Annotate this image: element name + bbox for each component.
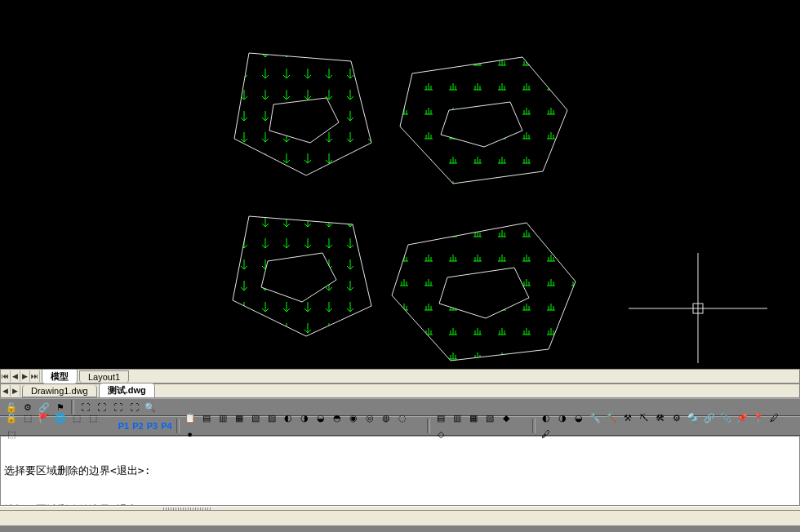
resize-separator[interactable] [0,506,800,511]
tool-icon[interactable]: ⬚ [20,410,35,425]
tool-icon[interactable]: ◐ [281,410,296,425]
tab-layout1[interactable]: Layout1 [79,370,129,383]
tool-icon[interactable]: ◇ [433,427,448,441]
tool-icon[interactable]: 🔧 [588,410,602,425]
tool-icon[interactable]: ▧ [248,410,263,425]
toolbar-separator [176,419,180,433]
tool-icon[interactable]: ◉ [346,410,361,425]
toolbar-row-2: 🔓⬚🚩🌐⬚⬚⬚ P1 P2 P3 P4 📋▤▥▦▧▨◐◑◒◓◉◎◍◌● ▤▥▦▧… [0,416,800,436]
tool-icon[interactable]: ⚒ [620,410,635,425]
tool-icon[interactable]: ◌ [395,410,410,425]
tool-icon[interactable]: 🖋 [539,427,553,441]
p1-label[interactable]: P1 [117,421,131,431]
tool-icon[interactable]: 🌐 [53,410,68,425]
tool-icon[interactable]: 📍 [751,410,766,425]
p2-label[interactable]: P2 [131,421,144,431]
tool-icon[interactable]: ⚙ [669,410,684,425]
tool-icon[interactable]: ◑ [297,410,312,425]
crosshair-cursor [629,253,767,363]
tool-icon[interactable]: 🔨 [604,410,619,425]
tool-icon[interactable]: ⛶ [127,400,141,415]
toolbar-separator [532,419,536,433]
tool-icon[interactable]: ◐ [539,410,553,425]
layout-nav-next[interactable]: ▶ [20,370,30,382]
tool-icon[interactable]: ▦ [232,410,247,425]
tool-icon[interactable]: 🛠 [653,410,668,425]
command-window[interactable]: 选择要区域删除的边界<退出>: 选择要区域删除的边界<退出>: 命令: u **… [0,436,800,506]
file-nav-next[interactable]: ▶ [11,385,20,397]
tool-icon[interactable]: ⬚ [69,410,84,425]
toolbar-separator [427,419,430,433]
p4-label[interactable]: P4 [159,421,173,431]
command-line: 选择要区域删除的边界<退出>: [4,464,796,477]
file-tab-drawing1[interactable]: Drawing1.dwg [22,385,97,397]
tool-icon[interactable]: ◆ [499,410,513,425]
tool-icon[interactable]: ▥ [216,410,230,425]
zoom-icon[interactable]: 🔍 [143,400,158,415]
tool-icon[interactable]: 🖊 [767,410,782,425]
file-nav-prev[interactable]: ◀ [1,385,11,397]
tool-icon[interactable]: ▦ [466,410,481,425]
model-canvas[interactable] [0,0,800,369]
p3-label[interactable]: P3 [145,421,159,431]
tool-icon[interactable]: ◓ [330,410,344,425]
tool-icon[interactable]: 🔩 [686,410,700,425]
tab-model[interactable]: 模型 [42,369,78,383]
tool-icon[interactable]: ◒ [313,410,328,425]
tool-icon[interactable]: ⬚ [86,410,100,425]
tool-icon[interactable]: ▥ [450,410,464,425]
status-bar [0,511,800,525]
tool-icon[interactable]: 📌 [735,410,749,425]
tool-icon[interactable]: 📎 [718,410,733,425]
tool-icon[interactable]: ▨ [264,410,279,425]
tool-icon[interactable]: ● [183,427,198,441]
layout-nav-last[interactable]: ⏭ [30,370,40,382]
tool-icon[interactable]: 📋 [183,410,198,425]
tool-icon[interactable]: ◑ [555,410,570,425]
layout-tab-bar: ⏮ ◀ ▶ ⏭ 模型 Layout1 [0,369,800,383]
tool-icon[interactable]: ▤ [199,410,214,425]
tool-icon[interactable]: 🔓 [4,410,19,425]
shape-top-right[interactable] [400,57,567,184]
shape-bottom-left[interactable] [233,216,371,336]
tool-icon[interactable]: 🔗 [702,410,717,425]
layout-nav-prev[interactable]: ◀ [11,370,20,382]
shape-top-left[interactable] [234,53,371,175]
tool-icon[interactable]: ◍ [379,410,393,425]
tool-icon[interactable]: ▧ [482,410,497,425]
tool-icon[interactable]: ⛏ [637,410,651,425]
shape-bottom-right[interactable] [392,223,576,361]
file-tab-bar: ◀ ▶ Drawing1.dwg 测试.dwg [0,383,800,398]
tool-icon[interactable]: ▤ [433,410,448,425]
file-tab-test[interactable]: 测试.dwg [99,383,155,398]
layout-nav-first[interactable]: ⏮ [1,370,11,382]
tool-icon[interactable]: ◒ [571,410,586,425]
tool-icon[interactable]: ⬚ [4,427,19,441]
tool-icon[interactable]: ◎ [362,410,377,425]
tool-icon[interactable]: 🚩 [37,410,51,425]
